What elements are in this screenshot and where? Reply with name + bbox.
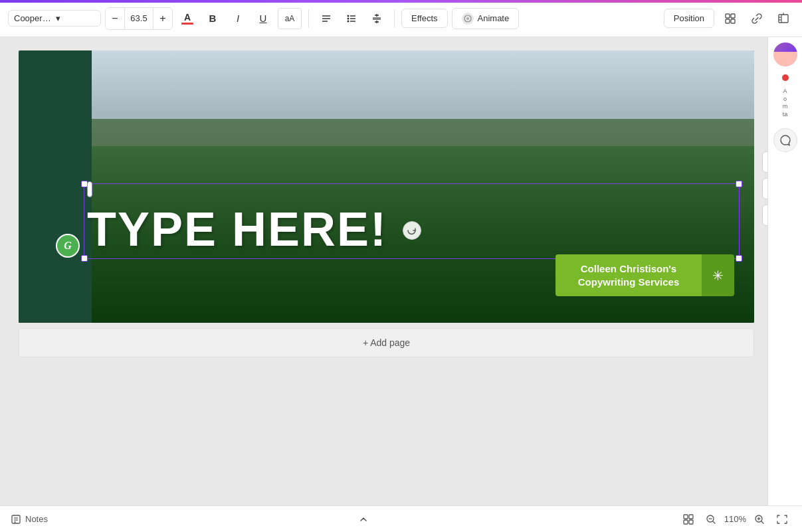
font-size-control: − + bbox=[105, 7, 173, 30]
handle-bottom-left[interactable] bbox=[81, 255, 88, 262]
handle-middle-right[interactable] bbox=[87, 181, 92, 197]
underline-button[interactable]: U bbox=[252, 8, 274, 29]
bottom-center bbox=[354, 510, 373, 529]
rotate-handle[interactable] bbox=[403, 221, 421, 240]
svg-point-5 bbox=[348, 20, 350, 22]
align-button[interactable] bbox=[316, 8, 337, 29]
animate-label: Animate bbox=[478, 13, 510, 23]
notes-label: Notes bbox=[25, 514, 48, 524]
zoom-level-display: 110% bbox=[724, 514, 746, 524]
branding-name: Colleen Christison's Copywriting Service… bbox=[569, 262, 688, 288]
add-page-button[interactable]: + Add page bbox=[19, 328, 754, 357]
svg-rect-33 bbox=[684, 520, 688, 524]
zoom-in-button[interactable] bbox=[750, 510, 769, 529]
add-icon-button[interactable] bbox=[762, 205, 767, 226]
left-sidebar: ‹ bbox=[0, 37, 5, 505]
bottom-bar: Notes bbox=[0, 505, 802, 532]
branding-icon-area[interactable]: ✳ bbox=[702, 254, 734, 296]
svg-rect-32 bbox=[689, 515, 693, 519]
canvas-area: G TYPE HERE! bbox=[5, 37, 767, 505]
text-color-button[interactable]: A bbox=[177, 8, 198, 29]
chat-button[interactable] bbox=[773, 128, 797, 152]
accent-bar bbox=[0, 0, 802, 3]
add-page-label: + Add page bbox=[363, 337, 410, 348]
divider-2 bbox=[394, 9, 395, 28]
svg-line-41 bbox=[761, 521, 763, 523]
selected-text-element[interactable]: TYPE HERE! bbox=[84, 183, 740, 259]
font-name-label: Cooper Hewitt H... bbox=[14, 13, 53, 23]
svg-rect-18 bbox=[731, 14, 735, 18]
font-size-input[interactable] bbox=[124, 8, 153, 29]
grid-view-button[interactable] bbox=[679, 510, 698, 529]
settings-icon-button[interactable] bbox=[720, 8, 741, 29]
spacing-button[interactable] bbox=[366, 8, 387, 29]
grammarly-avatar[interactable]: G bbox=[56, 234, 80, 258]
fullscreen-button[interactable] bbox=[773, 510, 791, 529]
svg-rect-34 bbox=[689, 520, 693, 524]
design-canvas: G TYPE HERE! bbox=[19, 50, 754, 323]
toolbar-right: Position bbox=[664, 8, 794, 29]
user-avatar[interactable] bbox=[773, 43, 797, 66]
notes-button[interactable]: Notes bbox=[11, 514, 48, 525]
svg-rect-20 bbox=[731, 19, 735, 23]
effects-button[interactable]: Effects bbox=[401, 9, 448, 28]
toolbar-left: Cooper Hewitt H... ▾ − + A B I U aA bbox=[8, 7, 660, 30]
bold-button[interactable]: B bbox=[202, 8, 223, 29]
font-size-increase-button[interactable]: + bbox=[153, 8, 172, 29]
position-button[interactable]: Position bbox=[664, 9, 714, 28]
svg-rect-19 bbox=[726, 19, 730, 23]
page-up-button[interactable] bbox=[354, 510, 373, 529]
svg-rect-17 bbox=[726, 14, 730, 18]
svg-line-37 bbox=[713, 521, 715, 523]
zoom-control: 110% bbox=[702, 510, 769, 529]
bottom-left: Notes bbox=[11, 514, 48, 525]
list-button[interactable] bbox=[341, 8, 362, 29]
grammarly-g-letter: G bbox=[64, 240, 72, 252]
font-selector[interactable]: Cooper Hewitt H... ▾ bbox=[8, 10, 101, 27]
right-sidebar: A o m ta bbox=[767, 37, 802, 505]
lock-icon-button[interactable] bbox=[762, 151, 767, 173]
svg-point-4 bbox=[348, 17, 350, 19]
svg-rect-31 bbox=[684, 515, 688, 519]
bottom-right: 110% bbox=[679, 510, 791, 529]
snowflake-icon: ✳ bbox=[712, 268, 724, 284]
branding-text-area: Colleen Christison's Copywriting Service… bbox=[555, 254, 702, 296]
animate-button[interactable]: Animate bbox=[452, 8, 520, 29]
more-options-button[interactable] bbox=[773, 8, 794, 29]
svg-rect-21 bbox=[779, 15, 788, 23]
avatar-top bbox=[773, 43, 797, 52]
text-color-bar bbox=[181, 23, 193, 25]
font-size-decrease-button[interactable]: − bbox=[106, 8, 124, 29]
animate-icon bbox=[462, 13, 474, 25]
handle-bottom-right[interactable] bbox=[736, 255, 742, 262]
link-icon-button[interactable] bbox=[746, 8, 767, 29]
chevron-down-icon: ▾ bbox=[56, 13, 95, 23]
notification-dot bbox=[782, 74, 789, 81]
toolbar: Cooper Hewitt H... ▾ − + A B I U aA bbox=[0, 0, 802, 37]
zoom-out-button[interactable] bbox=[702, 510, 720, 529]
svg-point-16 bbox=[466, 17, 469, 20]
case-button[interactable]: aA bbox=[278, 8, 302, 29]
text-color-letter: A bbox=[184, 13, 191, 22]
italic-button[interactable]: I bbox=[227, 8, 249, 29]
handle-top-right[interactable] bbox=[736, 181, 742, 187]
avatar-face bbox=[773, 52, 797, 66]
main-area: ‹ bbox=[0, 37, 802, 505]
duplicate-icon-button[interactable] bbox=[762, 178, 767, 199]
divider-1 bbox=[308, 9, 309, 28]
sidebar-text-snippet: A o m ta bbox=[780, 86, 791, 120]
svg-point-3 bbox=[348, 15, 350, 17]
branding-bar: Colleen Christison's Copywriting Service… bbox=[555, 254, 734, 296]
